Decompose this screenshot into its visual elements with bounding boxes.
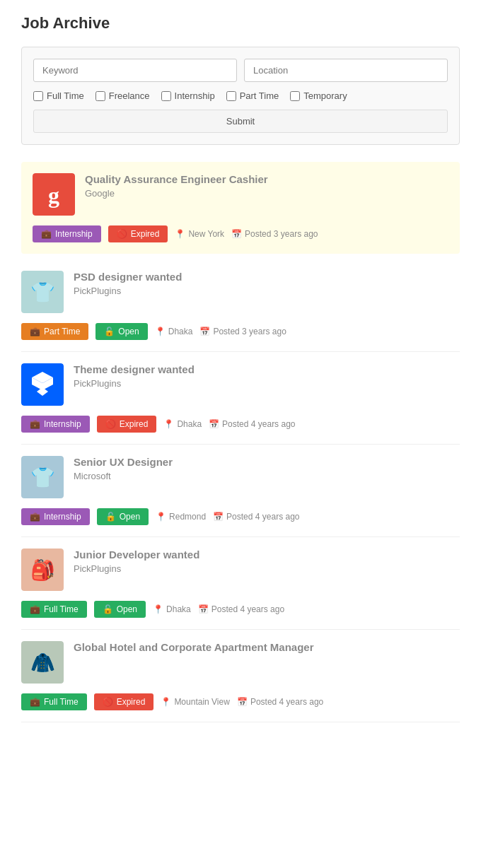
job-title: Theme designer wanted — [74, 363, 460, 375]
svg-text:👕: 👕 — [30, 281, 55, 304]
location-input[interactable] — [244, 59, 448, 82]
job-company: Google — [85, 188, 448, 199]
job-header: 🎒 Junior Developer wanted PickPlugins — [21, 549, 460, 591]
job-info: Senior UX Designer Microsoft — [74, 456, 460, 481]
job-title: Senior UX Designer — [74, 456, 460, 468]
checkbox-internship[interactable] — [161, 91, 171, 101]
svg-text:g: g — [48, 182, 59, 208]
job-posted: 📅 Posted 3 years ago — [199, 327, 286, 336]
job-title: PSD designer wanted — [74, 271, 460, 283]
job-posted: 📅 Posted 4 years ago — [209, 419, 295, 429]
job-location: 📍 Redmond — [156, 512, 206, 522]
briefcase-icon: 💼 — [30, 697, 40, 707]
job-meta: 💼 Part Time 🔓 Open 📍 Dhaka 📅 Posted 3 ye… — [21, 323, 460, 340]
filter-temporary[interactable]: Temporary — [290, 90, 347, 101]
job-status-badge: 🚫 Expired — [108, 225, 168, 242]
job-card[interactable]: 👕 PSD designer wanted PickPlugins 💼 Part… — [21, 259, 460, 352]
calendar-icon: 📅 — [231, 229, 242, 239]
job-status-badge: 🔓 Open — [97, 508, 149, 525]
job-title: Junior Developer wanted — [74, 549, 460, 561]
job-logo: g — [33, 173, 75, 216]
job-type-badge: 💼 Internship — [33, 225, 101, 242]
briefcase-icon: 💼 — [30, 604, 40, 614]
checkbox-full-time[interactable] — [33, 91, 43, 101]
job-meta: 💼 Internship 🚫 Expired 📍 New York 📅 Post… — [33, 225, 448, 242]
job-type-badge: 💼 Part Time — [21, 323, 88, 340]
job-posted: 📅 Posted 4 years ago — [213, 512, 299, 522]
job-company: PickPlugins — [74, 378, 460, 389]
filter-freelance-label: Freelance — [109, 90, 150, 101]
job-location: 📍 Mountain View — [161, 697, 230, 707]
checkbox-freelance[interactable] — [95, 91, 105, 101]
job-logo: 🎒 — [21, 549, 64, 591]
job-list: g Quality Assurance Engineer Cashier Goo… — [21, 162, 460, 722]
checkbox-part-time[interactable] — [226, 91, 236, 101]
location-pin-icon: 📍 — [155, 327, 166, 336]
job-posted: 📅 Posted 4 years ago — [198, 604, 284, 614]
job-info: Global Hotel and Corporate Apartment Man… — [74, 641, 460, 656]
job-info: PSD designer wanted PickPlugins — [74, 271, 460, 296]
job-card[interactable]: Theme designer wanted PickPlugins 💼 Inte… — [21, 352, 460, 445]
calendar-icon: 📅 — [209, 419, 219, 429]
job-info: Theme designer wanted PickPlugins — [74, 363, 460, 389]
calendar-icon: 📅 — [237, 697, 248, 707]
location-pin-icon: 📍 — [153, 604, 163, 614]
keyword-input[interactable] — [33, 59, 237, 82]
job-header: 👕 Senior UX Designer Microsoft — [21, 456, 460, 498]
page-title: Job Archive — [21, 14, 460, 33]
job-status-badge: 🚫 Expired — [94, 693, 154, 710]
job-type-badge: 💼 Internship — [21, 508, 90, 525]
job-company: Microsoft — [74, 471, 460, 481]
location-pin-icon: 📍 — [175, 229, 185, 239]
svg-text:🧥: 🧥 — [30, 651, 55, 674]
job-header: 🧥 Global Hotel and Corporate Apartment M… — [21, 641, 460, 684]
location-pin-icon: 📍 — [163, 419, 174, 429]
filter-internship-label: Internship — [175, 90, 215, 101]
job-card[interactable]: 🧥 Global Hotel and Corporate Apartment M… — [21, 630, 460, 722]
job-company: PickPlugins — [74, 563, 460, 574]
status-icon: 🔓 — [104, 327, 115, 336]
filter-temporary-label: Temporary — [303, 90, 347, 101]
job-posted: 📅 Posted 4 years ago — [237, 697, 323, 707]
search-inputs — [33, 59, 448, 82]
job-card[interactable]: g Quality Assurance Engineer Cashier Goo… — [21, 162, 460, 254]
calendar-icon: 📅 — [199, 327, 210, 336]
job-meta: 💼 Full Time 🔓 Open 📍 Dhaka 📅 Posted 4 ye… — [21, 601, 460, 618]
job-location: 📍 Dhaka — [163, 419, 202, 429]
status-icon: 🔓 — [105, 512, 116, 522]
job-card[interactable]: 👕 Senior UX Designer Microsoft 💼 Interns… — [21, 445, 460, 537]
checkbox-temporary[interactable] — [290, 91, 300, 101]
filter-full-time-label: Full Time — [47, 90, 84, 101]
job-meta: 💼 Internship 🔓 Open 📍 Redmond 📅 Posted 4… — [21, 508, 460, 525]
job-type-badge: 💼 Internship — [21, 416, 90, 433]
calendar-icon: 📅 — [213, 512, 224, 522]
status-icon: 🔓 — [103, 604, 113, 614]
job-posted: 📅 Posted 3 years ago — [231, 229, 318, 239]
job-location: 📍 New York — [175, 229, 224, 239]
svg-text:👕: 👕 — [30, 466, 55, 489]
search-submit-button[interactable]: Submit — [33, 110, 448, 133]
job-location: 📍 Dhaka — [153, 604, 191, 614]
status-icon: 🚫 — [105, 419, 116, 429]
status-icon: 🚫 — [103, 697, 113, 707]
filter-freelance[interactable]: Freelance — [95, 90, 150, 101]
search-filters: Full Time Freelance Internship Part Time… — [33, 90, 448, 101]
job-status-badge: 🔓 Open — [94, 601, 146, 618]
job-meta: 💼 Full Time 🚫 Expired 📍 Mountain View 📅 … — [21, 693, 460, 710]
location-pin-icon: 📍 — [156, 512, 166, 522]
filter-full-time[interactable]: Full Time — [33, 90, 84, 101]
job-type-badge: 💼 Full Time — [21, 693, 87, 710]
job-company: PickPlugins — [74, 286, 460, 296]
job-type-badge: 💼 Full Time — [21, 601, 87, 618]
job-info: Junior Developer wanted PickPlugins — [74, 549, 460, 574]
briefcase-icon: 💼 — [30, 327, 40, 336]
job-header: g Quality Assurance Engineer Cashier Goo… — [33, 173, 448, 216]
job-card[interactable]: 🎒 Junior Developer wanted PickPlugins 💼 … — [21, 537, 460, 630]
job-header: 👕 PSD designer wanted PickPlugins — [21, 271, 460, 313]
job-info: Quality Assurance Engineer Cashier Googl… — [85, 173, 448, 199]
job-title: Global Hotel and Corporate Apartment Man… — [74, 641, 460, 653]
filter-part-time[interactable]: Part Time — [226, 90, 279, 101]
search-box: Full Time Freelance Internship Part Time… — [21, 47, 460, 145]
briefcase-icon: 💼 — [30, 419, 40, 429]
filter-internship[interactable]: Internship — [161, 90, 215, 101]
